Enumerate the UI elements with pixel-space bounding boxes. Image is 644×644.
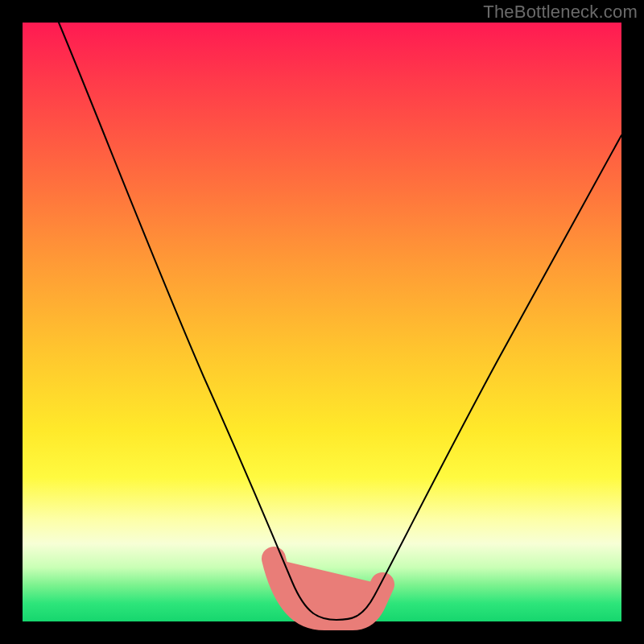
curve-svg: [23, 23, 621, 621]
chart-area: [23, 23, 621, 621]
watermark-text: TheBottleneck.com: [483, 2, 638, 23]
bottleneck-curve: [59, 23, 621, 620]
